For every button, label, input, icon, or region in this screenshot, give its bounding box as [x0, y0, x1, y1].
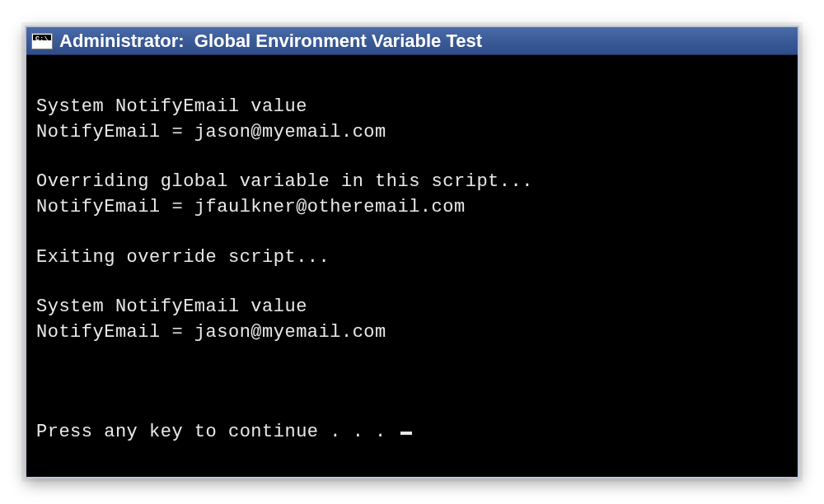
- title-bar[interactable]: C:\ Administrator: Global Environment Va…: [26, 27, 798, 55]
- console-output[interactable]: System NotifyEmail value NotifyEmail = j…: [26, 55, 798, 477]
- system-menu-icon[interactable]: C:\: [31, 33, 53, 49]
- console-lines: System NotifyEmail value NotifyEmail = j…: [36, 96, 533, 342]
- system-menu-icon-label: C:\: [35, 35, 49, 42]
- console-prompt: Press any key to continue . . .: [36, 422, 397, 442]
- text-cursor: [400, 432, 412, 435]
- command-prompt-window: C:\ Administrator: Global Environment Va…: [25, 26, 799, 478]
- window-title: Administrator: Global Environment Variab…: [59, 30, 482, 52]
